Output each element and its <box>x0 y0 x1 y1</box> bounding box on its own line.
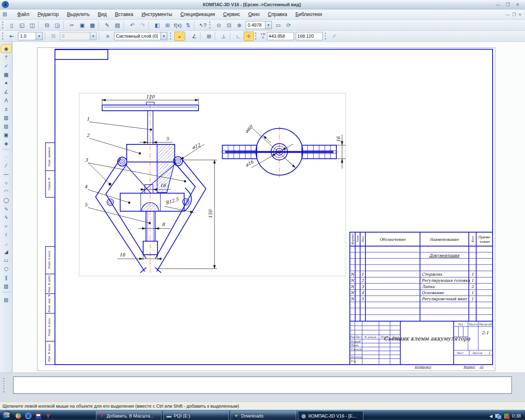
lt-hatch[interactable]: ▨ <box>1 282 11 290</box>
tb-variables[interactable]: ⊞ <box>162 21 173 30</box>
lt-spec-panel[interactable]: ▧ <box>1 113 11 122</box>
menu[interactable]: Справка <box>264 10 291 18</box>
tb-renumber[interactable]: ⇅ <box>183 21 193 30</box>
tb-undo[interactable]: ↶ <box>127 21 137 30</box>
chevron-down-icon[interactable]: ▼ <box>36 32 42 40</box>
tb[interactable] <box>63 21 66 29</box>
restore-button[interactable]: ❐ <box>504 2 511 7</box>
lt[interactable] <box>2 149 10 153</box>
menu[interactable]: Файл <box>13 10 34 18</box>
lt-fillet[interactable]: ◞ <box>1 239 11 247</box>
lt-rectangle[interactable]: ▭ <box>1 256 11 265</box>
tb-angle-snap[interactable]: ∠ <box>189 32 199 41</box>
drawing-canvas[interactable]: Перв. примен. Справ. № Подп. и дата Инв.… <box>13 42 525 372</box>
tb[interactable] <box>200 32 203 40</box>
menu[interactable]: Сервис <box>219 10 244 18</box>
lt-extra-panel[interactable]: ▤ <box>1 295 11 304</box>
tb-zoom-selected[interactable]: ⊡ <box>224 21 234 30</box>
tb-copy-properties[interactable]: ✎ <box>102 21 112 30</box>
lt-polygon[interactable]: ⬡ <box>1 265 11 273</box>
taskbtn-downloads[interactable]: ▼ Downloads <box>231 411 296 420</box>
lt-dimensions[interactable]: ⇡ <box>1 53 11 62</box>
tb-refresh[interactable]: ⟳ <box>283 21 294 30</box>
tb-show-document[interactable]: ◧ <box>152 21 162 30</box>
menu[interactable]: Редактор <box>34 10 63 18</box>
toolbar-grip[interactable] <box>170 32 173 40</box>
language-indicator-icon[interactable] <box>504 413 510 419</box>
toolbar-grip[interactable] <box>209 21 212 29</box>
tb[interactable] <box>215 32 218 40</box>
doc-restore-button[interactable]: ❐ <box>512 12 516 17</box>
lt-circle[interactable]: ○ <box>1 178 11 187</box>
tb[interactable] <box>185 32 188 40</box>
close-button[interactable]: ✕ <box>514 2 521 7</box>
clock[interactable]: 0:38 <box>512 413 521 418</box>
tb[interactable] <box>230 32 233 40</box>
menu[interactable]: Окно <box>244 10 264 18</box>
tb-save[interactable]: ◫ <box>27 21 37 30</box>
document-icon[interactable]: ▤ <box>2 11 11 18</box>
doc-minimize-button[interactable]: — <box>506 12 510 17</box>
network-icon[interactable] <box>495 413 501 419</box>
zoom-combo[interactable]: 0.4978 ▼ <box>246 21 272 29</box>
menu[interactable]: Библиотеки <box>291 10 326 18</box>
tb-preview[interactable]: ◲ <box>52 21 62 30</box>
lt-view-panel[interactable]: ▣ <box>1 130 11 139</box>
lt-aux-line[interactable]: ⁄ <box>1 161 11 170</box>
layer-combo[interactable]: Системный слой (0) ▼ <box>114 32 167 40</box>
menu[interactable]: Спецификация <box>176 10 219 18</box>
minimize-button[interactable]: — <box>495 2 501 7</box>
lt-segment[interactable]: ― <box>1 170 11 178</box>
lt-spline[interactable]: ∿ <box>1 204 11 213</box>
tb-grid[interactable]: ⊞ <box>204 32 214 41</box>
tray-expand-icon[interactable]: ◀ <box>489 414 493 418</box>
lt-geometry[interactable]: ◉ <box>1 44 11 53</box>
yandex-icon[interactable]: Y <box>44 412 52 420</box>
tb-print[interactable]: ⊟ <box>42 21 52 30</box>
message-panel[interactable] <box>13 377 512 394</box>
start-button[interactable] <box>2 411 12 420</box>
tb-spec-window[interactable]: ▤ <box>112 21 123 30</box>
doc-close-button[interactable]: ✕ <box>518 12 522 17</box>
lt-insertion[interactable]: ▦ <box>1 70 11 79</box>
menu[interactable]: Инструменты <box>137 10 176 18</box>
menu[interactable]: Вставка <box>111 10 137 18</box>
menu[interactable]: Вид <box>94 10 111 18</box>
coord-y-field[interactable] <box>267 32 294 40</box>
tb[interactable] <box>194 21 197 29</box>
lt-chamfer[interactable]: ◢ <box>1 247 11 256</box>
taskbtn-pqi-drive[interactable]: ▬ PQI (E:) <box>163 411 229 420</box>
tb-round-snap[interactable]: ✛ <box>244 32 254 41</box>
lt-parameterization[interactable]: ∠ <box>1 87 11 96</box>
lt-multiline[interactable]: ∥ <box>1 273 11 282</box>
tb[interactable] <box>98 21 101 29</box>
tb-step[interactable]: ⇤ <box>7 32 17 41</box>
lt-point[interactable]: · <box>1 153 11 161</box>
tb-zoom-by-area[interactable]: ⊙ <box>214 21 224 30</box>
tb-zoom-in-out[interactable]: ⊕ <box>234 21 244 30</box>
taskbtn-kompas[interactable]: ◍ КОМПАС-3D V16 - [Е... <box>298 411 363 420</box>
tb-open[interactable]: ◱ <box>17 21 27 30</box>
lt-polyline[interactable]: ⌐ <box>1 221 11 230</box>
tb-magnet-snap[interactable]: ◒ <box>174 32 185 41</box>
tb-new[interactable]: ▯ <box>7 21 17 30</box>
tb-paste[interactable]: ▩ <box>87 21 98 30</box>
tb-local-cs[interactable]: ⊥ <box>219 32 229 41</box>
lt-fast-curve[interactable]: ϟ <box>1 213 11 221</box>
lt-designations[interactable]: ✓ <box>1 62 11 70</box>
tb[interactable] <box>38 21 41 29</box>
zoom-value[interactable]: 0.4978 <box>246 23 265 27</box>
media-app-icon[interactable] <box>34 412 42 420</box>
kompas-quicklaunch-icon[interactable]: K <box>25 412 32 420</box>
chrome-icon[interactable] <box>15 412 22 420</box>
lt-selection[interactable]: ± <box>1 105 11 113</box>
view-boundary[interactable] <box>79 93 346 276</box>
coord-x-field[interactable] <box>296 32 323 40</box>
lt-editing[interactable]: ✦ <box>1 79 11 87</box>
lt-ellipse[interactable]: ◯ <box>1 196 11 204</box>
lt-reports[interactable]: ▤ <box>1 122 11 130</box>
taskbtn-yandex-add[interactable]: Y Добавить. В Масшта... <box>96 411 162 420</box>
tb-ortho[interactable]: ∟ <box>233 32 244 41</box>
tb-fx[interactable]: f(x) <box>173 21 183 30</box>
lt-arc[interactable]: ◠ <box>1 187 11 196</box>
